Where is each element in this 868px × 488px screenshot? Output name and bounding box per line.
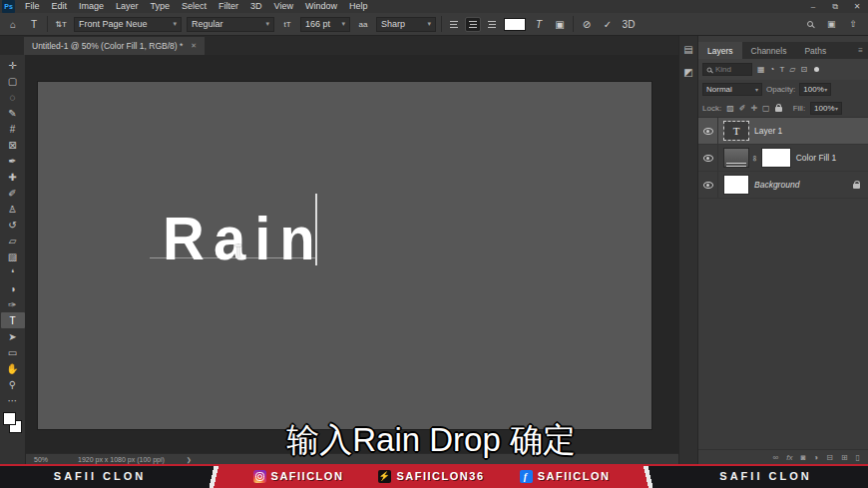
layer-name[interactable]: Background [754,180,799,190]
layer-row-background[interactable]: Background [698,172,868,199]
menu-view[interactable]: View [268,0,299,13]
canvas-text[interactable]: Rain [163,209,324,268]
rectangle-tool[interactable]: ▭ [1,344,25,360]
pasteboard[interactable]: Rain [26,55,678,453]
type-tool[interactable]: T [1,312,25,328]
filter-smart-objects-icon[interactable]: ⊡ [800,65,807,74]
lock-artboard-icon[interactable]: ▢ [762,104,770,113]
warp-text-icon[interactable]: T [531,19,547,30]
new-layer-icon[interactable]: ⊞ [841,453,848,462]
layer-effects-icon[interactable]: fx [786,453,792,462]
marquee-tool[interactable]: ▢ [1,73,25,89]
menu-type[interactable]: Type [145,0,177,13]
delete-layer-icon[interactable]: ▯ [856,453,860,462]
brush-tool[interactable]: ✐ [1,185,25,201]
panel-menu-icon[interactable]: ≡ [853,42,868,59]
menu-filter[interactable]: Filter [213,0,244,13]
history-brush-tool[interactable]: ↺ [1,217,25,233]
menu-edit[interactable]: Edit [46,0,74,13]
menu-layer[interactable]: Layer [110,0,145,13]
filter-toggle[interactable] [814,67,819,72]
layer-name[interactable]: Color Fill 1 [796,153,837,163]
blur-tool[interactable]: ❛ [1,264,25,280]
document-tab[interactable]: Untitled-1 @ 50% (Color Fill 1, RGB/8) *… [24,37,205,55]
tab-paths[interactable]: Paths [795,42,835,59]
pen-tool[interactable]: ✑ [1,296,25,312]
restore-button[interactable]: ⧉ [824,0,846,13]
align-center-button[interactable] [466,18,480,31]
close-button[interactable]: ✕ [846,0,868,13]
blend-mode-dropdown[interactable]: Normal [702,83,762,96]
eraser-tool[interactable]: ▱ [1,233,25,248]
healing-brush-tool[interactable]: ✚ [1,169,25,185]
dodge-tool[interactable]: ◑ [1,280,25,296]
font-family-dropdown[interactable]: Front Page Neue [74,17,182,32]
add-layer-mask-icon[interactable]: ◙ [801,453,806,462]
lock-position-icon[interactable]: ✛ [750,104,757,113]
search-icon[interactable] [807,21,813,27]
layer-mask-thumbnail[interactable] [762,149,790,167]
frame-tool[interactable]: ⊠ [1,137,25,153]
anti-alias-dropdown[interactable]: Sharp [376,17,436,32]
align-left-button[interactable] [447,18,461,31]
text-color-swatch[interactable] [504,18,526,31]
visibility-cell[interactable] [698,172,718,198]
eye-icon[interactable] [703,155,713,162]
font-size-dropdown[interactable]: 166 pt [300,17,350,32]
filter-adjustment-layers-icon[interactable]: ◔ [770,65,775,74]
lock-transparent-pixels-icon[interactable]: ▨ [726,104,734,113]
zoom-tool[interactable]: ⚲ [1,376,25,392]
lock-all-icon[interactable] [775,107,782,112]
align-right-button[interactable] [485,18,499,31]
commit-edits-icon[interactable]: ✓ [600,19,616,30]
filter-shape-layers-icon[interactable]: ▱ [789,65,795,74]
hand-tool[interactable]: ✋ [1,360,25,376]
fill-dropdown[interactable]: 100% [810,102,842,115]
font-style-dropdown[interactable]: Regular [187,17,274,32]
mask-link-icon[interactable]: ∞ [750,155,759,161]
tab-channels[interactable]: Channels [742,42,796,59]
history-panel-icon[interactable]: ▤ [683,44,692,55]
foreground-background-colors[interactable] [3,412,23,438]
home-icon[interactable]: ⌂ [5,19,21,30]
lasso-tool[interactable]: ◌ [1,89,25,105]
3d-button[interactable]: 3D [621,19,637,30]
gradient-tool[interactable]: ▨ [1,248,25,264]
opacity-dropdown[interactable]: 100% [799,83,831,96]
status-chevron-icon[interactable]: ❯ [187,456,192,463]
new-group-icon[interactable]: ⊟ [826,453,833,462]
menu-help[interactable]: Help [343,0,374,13]
clone-stamp-tool[interactable]: ♙ [1,201,25,217]
eye-icon[interactable] [703,182,713,189]
visibility-cell[interactable] [698,145,718,171]
menu-select[interactable]: Select [176,0,213,13]
eye-icon[interactable] [703,128,713,135]
layer-name[interactable]: Layer 1 [754,126,782,136]
quick-selection-tool[interactable]: ✎ [1,105,25,121]
menu-window[interactable]: Window [299,0,343,13]
layer-row-color-fill-1[interactable]: ∞ Color Fill 1 [698,145,868,172]
menu-image[interactable]: Image [73,0,110,13]
fill-layer-thumbnail[interactable] [724,149,748,167]
text-orientation-icon[interactable]: ⇅T [53,20,69,29]
canvas[interactable]: Rain [38,82,651,429]
lock-image-pixels-icon[interactable]: ✐ [739,104,746,113]
new-adjustment-layer-icon[interactable]: ◑ [813,453,818,462]
layer-filter-search[interactable]: Kind [702,63,752,76]
menu-3d[interactable]: 3D [244,0,268,13]
cancel-edits-icon[interactable]: ⊘ [579,19,595,30]
eyedropper-tool[interactable]: ✒ [1,153,25,169]
toggle-panels-icon[interactable]: ▣ [552,19,568,30]
filter-type-layers-icon[interactable]: T [779,65,784,74]
properties-panel-icon[interactable]: ◩ [683,67,692,78]
tab-close-icon[interactable]: ✕ [191,42,197,50]
zoom-level[interactable]: 50% [34,456,48,463]
visibility-cell[interactable] [698,118,718,144]
share-icon[interactable]: ⇧ [849,19,857,29]
text-layer-thumbnail[interactable]: T [724,122,748,140]
background-layer-thumbnail[interactable] [724,176,748,194]
move-tool[interactable]: ✛ [1,57,25,73]
link-layers-icon[interactable]: ∞ [773,453,779,462]
workspace-switcher-icon[interactable]: ▣ [827,19,836,29]
filter-pixel-layers-icon[interactable]: ▦ [757,65,765,74]
